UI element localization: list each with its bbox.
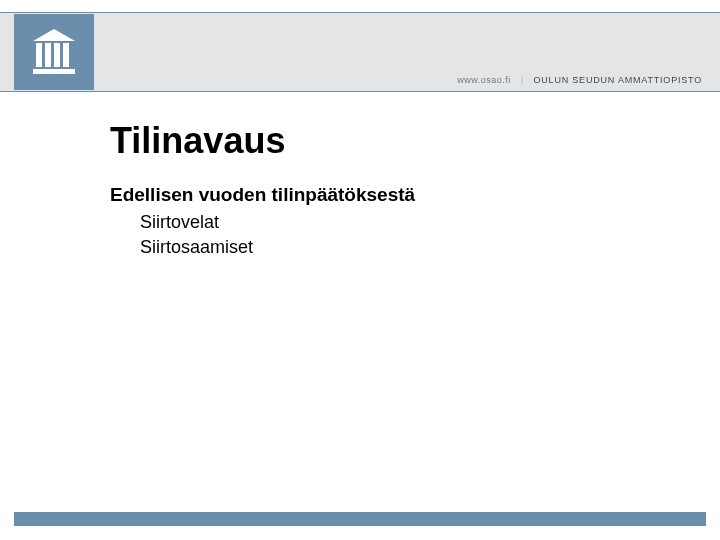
list-item: Siirtovelat [140, 210, 680, 235]
header-right: www.osao.fi | OULUN SEUDUN AMMATTIOPISTO [457, 75, 702, 85]
content: Tilinavaus Edellisen vuoden tilinpäätöks… [110, 120, 680, 260]
list-item: Siirtosaamiset [140, 235, 680, 260]
footer-bar [14, 512, 706, 526]
header-org: OULUN SEUDUN AMMATTIOPISTO [534, 75, 702, 85]
svg-rect-3 [54, 43, 60, 67]
svg-rect-2 [45, 43, 51, 67]
page-title: Tilinavaus [110, 120, 680, 162]
svg-rect-4 [63, 43, 69, 67]
logo [14, 14, 94, 90]
header-band: www.osao.fi | OULUN SEUDUN AMMATTIOPISTO [0, 12, 720, 92]
svg-marker-0 [33, 29, 75, 41]
svg-rect-1 [36, 43, 42, 67]
slide: www.osao.fi | OULUN SEUDUN AMMATTIOPISTO… [0, 0, 720, 540]
header-url: www.osao.fi [457, 75, 511, 85]
header-divider: | [521, 75, 524, 85]
building-icon [27, 25, 81, 79]
svg-rect-5 [33, 69, 75, 74]
subtitle: Edellisen vuoden tilinpäätöksestä [110, 184, 680, 206]
